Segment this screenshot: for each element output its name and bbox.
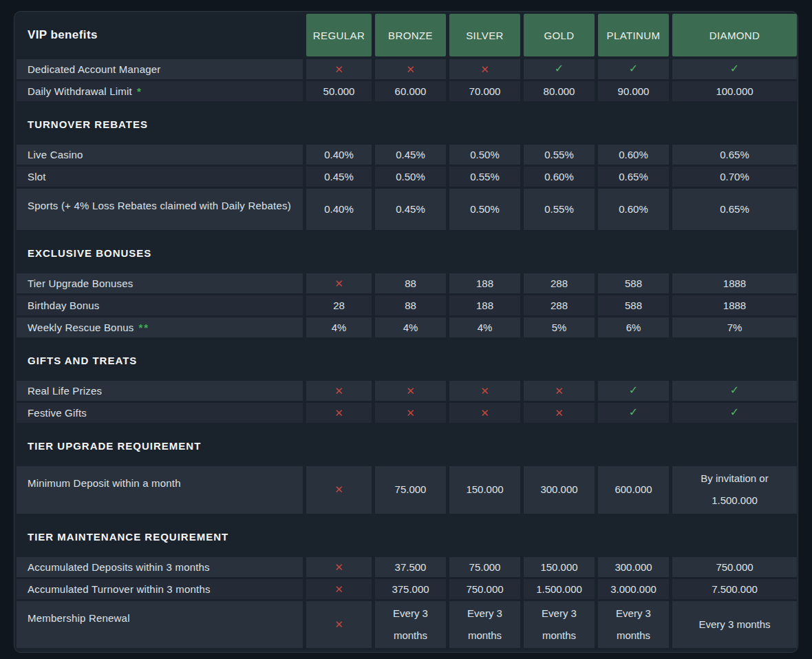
- section-heading-tier-maintenance-requirement: TIER MAINTENANCE REQUIREMENT: [17, 516, 795, 557]
- value-text: 0.55%: [544, 198, 574, 220]
- value-text: 100.000: [716, 84, 753, 98]
- value-cell: 750.000: [672, 557, 797, 577]
- row-label-text: Minimum Deposit within a month: [28, 472, 181, 494]
- value-cell: 0.65%: [672, 189, 797, 230]
- table-row-festive-gifts: Festive Gifts✕✕✕✕✓✓: [17, 403, 795, 423]
- row-label-text: Accumulated Turnover within 3 months: [28, 582, 211, 596]
- value-cell: 0.40%: [306, 145, 372, 165]
- value-cell: ✕: [524, 403, 595, 423]
- section-heading-turnover-rebates: TURNOVER REBATES: [17, 103, 795, 145]
- value-cell: ✓: [598, 59, 669, 79]
- value-cell: 750.000: [449, 579, 520, 599]
- tier-header-gold: GOLD: [524, 14, 595, 56]
- value-cell: 80.000: [524, 81, 595, 101]
- value-cell: ✕: [306, 59, 372, 79]
- page-title: VIP benefits: [17, 14, 303, 56]
- value-cell: 5%: [524, 317, 595, 337]
- value-cell: 300.000: [598, 557, 669, 577]
- value-cell: ✕: [306, 466, 372, 514]
- rows-block: Dedicated Account Manager✕✕✕✓✓✓Daily Wit…: [17, 59, 795, 101]
- cross-icon: ✕: [334, 406, 343, 420]
- rows-block: Tier Upgrade Bonuses✕881882885881888Birt…: [17, 273, 795, 337]
- value-text: 188: [476, 276, 493, 291]
- table-row-accumulated-turnover-within-3-months: Accumulated Turnover within 3 months✕375…: [17, 579, 795, 599]
- value-cell: 0.55%: [524, 145, 595, 165]
- table-row-tier-upgrade-bonuses: Tier Upgrade Bonuses✕881882885881888: [17, 273, 795, 293]
- row-label: Tier Upgrade Bonuses: [17, 273, 303, 293]
- value-text: 588: [625, 298, 642, 313]
- value-text: 375.000: [392, 582, 429, 596]
- value-cell: ✓: [598, 403, 669, 423]
- value-cell: ✕: [306, 403, 372, 423]
- value-cell: Every 3 months: [672, 601, 797, 649]
- cross-icon: ✕: [334, 276, 343, 291]
- value-text: 0.65%: [720, 147, 749, 162]
- cross-icon: ✕: [334, 384, 343, 398]
- value-cell: 600.000: [598, 466, 669, 514]
- row-label: Birthday Bonus: [17, 295, 303, 315]
- check-icon: ✓: [629, 405, 638, 420]
- value-text: 50.000: [323, 84, 355, 98]
- value-text: 588: [625, 276, 642, 291]
- value-text: 6%: [626, 320, 641, 335]
- value-text: 5%: [552, 320, 567, 335]
- table-row-membership-renewal: Membership Renewal✕Every 3 monthsEvery 3…: [17, 601, 795, 649]
- value-text: 0.60%: [619, 147, 648, 162]
- value-cell: 0.55%: [524, 189, 595, 230]
- value-text: 0.60%: [619, 198, 648, 220]
- value-cell: ✓: [672, 59, 797, 79]
- value-text: By invitation or 1.500.000: [676, 468, 793, 512]
- value-text: 88: [405, 276, 416, 291]
- value-cell: 0.60%: [524, 167, 595, 187]
- cross-icon: ✕: [406, 406, 415, 420]
- value-cell: 0.60%: [598, 189, 669, 230]
- value-text: 28: [333, 298, 345, 313]
- row-label: Accumulated Turnover within 3 months: [17, 579, 303, 599]
- cross-icon: ✕: [555, 384, 564, 398]
- value-cell: ✕: [375, 59, 446, 79]
- value-cell: 188: [449, 295, 520, 315]
- table-row-slot: Slot0.45%0.50%0.55%0.60%0.65%0.70%: [17, 167, 795, 187]
- value-cell: 0.45%: [375, 145, 446, 165]
- value-text: 4%: [403, 320, 418, 335]
- row-label: Live Casino: [17, 145, 303, 165]
- tier-header-platinum: PLATINUM: [598, 14, 669, 56]
- cross-icon: ✕: [480, 62, 489, 76]
- row-label: Slot: [17, 167, 303, 187]
- row-label-text: Tier Upgrade Bonuses: [28, 276, 133, 291]
- value-text: Every 3 months: [698, 614, 770, 636]
- value-cell: 28: [306, 295, 372, 315]
- table-row-minimum-deposit-within-a-month: Minimum Deposit within a month✕75.000150…: [17, 466, 795, 514]
- value-text: 0.45%: [396, 147, 425, 162]
- value-cell: 0.50%: [449, 145, 520, 165]
- value-cell: Every 3 months: [598, 601, 669, 649]
- cross-icon: ✕: [334, 614, 343, 636]
- value-cell: 88: [375, 273, 446, 293]
- value-cell: 0.65%: [598, 167, 669, 187]
- value-cell: ✕: [524, 381, 595, 401]
- value-text: 0.50%: [396, 169, 425, 184]
- rows-block: Live Casino0.40%0.45%0.50%0.55%0.60%0.65…: [17, 145, 795, 230]
- value-cell: 0.50%: [375, 167, 446, 187]
- value-text: 300.000: [615, 560, 652, 574]
- value-cell: ✕: [306, 579, 372, 599]
- value-text: 75.000: [469, 560, 501, 574]
- value-cell: 1888: [672, 295, 797, 315]
- value-cell: 7%: [672, 317, 797, 337]
- check-icon: ✓: [629, 61, 638, 76]
- value-text: 0.70%: [720, 169, 749, 184]
- row-label-asterisk-note: **: [138, 320, 149, 335]
- row-label: Festive Gifts: [17, 403, 303, 423]
- value-cell: 90.000: [598, 81, 669, 101]
- tier-header-silver: SILVER: [449, 14, 520, 56]
- value-text: 288: [551, 298, 568, 313]
- table-row-accumulated-deposits-within-3-months: Accumulated Deposits within 3 months✕37.…: [17, 557, 795, 577]
- value-cell: ✓: [598, 381, 669, 401]
- value-cell: 300.000: [524, 466, 595, 514]
- value-text: 188: [476, 298, 493, 313]
- value-text: Every 3 months: [528, 603, 590, 647]
- value-cell: ✕: [449, 381, 520, 401]
- row-label-text: Slot: [28, 169, 46, 184]
- row-label: Membership Renewal: [17, 601, 303, 649]
- row-label-text: Live Casino: [28, 147, 83, 162]
